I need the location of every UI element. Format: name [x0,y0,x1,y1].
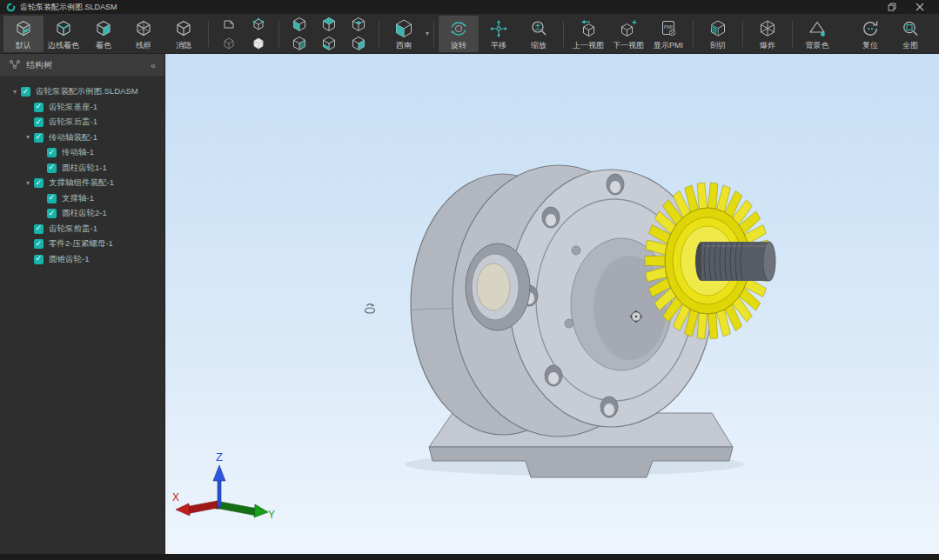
toolbar-btn-tool-vertices[interactable] [246,16,271,33]
cube-dark-icon [222,36,236,51]
app-logo-icon [5,2,16,12]
tree-checkbox[interactable] [47,148,57,157]
view-front-icon [292,17,307,32]
toolbar-btn-view-front[interactable] [287,16,312,33]
tree-item-label: 圆柱齿轮1-1 [62,163,107,174]
tree-checkbox[interactable] [34,178,44,188]
tree-item[interactable]: 传动轴-1 [0,145,164,161]
tree-item-label: 传动轴装配-1 [49,132,97,143]
tree-checkbox[interactable] [47,209,57,218]
tree-item[interactable]: ▾ 支撑轴组件装配-1 [0,176,164,191]
tree-item-label: 齿轮泵前盖-1 [49,223,97,235]
toolbar-btn-display-shaded-edges[interactable]: 边线着色 [44,16,84,52]
main-area: 结构树 « ▾ 齿轮泵装配示例图.SLDASM 齿轮泵基座-1 齿轮泵后盖-1 … [0,54,939,554]
toolbar-btn-pan[interactable]: 平移 [479,16,519,52]
tree-item-label: 圆锥齿轮-1 [49,254,89,265]
explode-icon [758,18,777,39]
close-button[interactable] [915,2,925,12]
tree-item[interactable]: 圆柱齿轮2-1 [0,206,164,222]
tree-item-label: 齿轮泵装配示例图.SLDASM [36,86,138,97]
collapse-panel-button[interactable]: « [151,61,156,70]
toolbar-btn-display-hidden-line[interactable]: 消隐 [164,16,204,52]
toolbar-btn-view-top[interactable] [317,16,341,33]
toolbar-btn-tool-sheet[interactable] [217,16,241,33]
toolbar-btn-reset-view[interactable]: 复位 [850,16,890,52]
toolbar-btn-prev-view[interactable]: 上一视图 [568,16,608,52]
tree-item[interactable]: 圆柱齿轮1-1 [0,161,164,177]
toolbar-btn-rotate[interactable]: 旋转 [439,16,479,52]
window-controls [887,2,934,12]
cube-solid-icon [252,36,265,51]
tree-item[interactable]: 零件2-压紧螺母-1 [0,237,164,252]
sheet-corner-icon [222,17,236,32]
pmi-icon: PMI [659,18,678,39]
toolbar-btn-zoom[interactable]: 缩放 [519,16,559,52]
tree-checkbox[interactable] [47,194,57,203]
toolbar-btn-label: 上一视图 [573,41,604,50]
toolbar-btn-view-right[interactable] [346,35,371,52]
rotate-icon [449,18,468,39]
viewport-3d[interactable]: Z X Y [165,54,939,554]
tree-expand-arrow[interactable]: ▾ [9,88,21,97]
tree-item[interactable]: 齿轮泵前盖-1 [0,222,164,237]
tree-checkbox[interactable] [34,103,44,112]
tree-checkbox[interactable] [47,163,57,173]
cube-hidden-icon [175,18,192,39]
tree-item[interactable]: 圆锥齿轮-1 [0,252,164,268]
cube-vertices-icon [252,17,265,32]
toolbar-btn-next-view[interactable]: 下一视图 [608,16,648,52]
toolbar-btn-tool-cube-dark[interactable] [217,35,241,52]
toolbar-separator [563,21,564,47]
toolbar-btn-view-left[interactable] [346,16,371,33]
tree-item-label: 零件2-压紧螺母-1 [49,238,113,250]
toolbar-btn-section[interactable]: 剖切 [698,16,738,52]
prev-view-icon [578,18,599,39]
restore-button[interactable] [887,2,897,12]
toolbar-btn-fit-all[interactable]: 全图 [890,16,930,52]
toolbar-btn-view-bottom[interactable] [317,35,341,52]
tree-item[interactable]: ▾ 齿轮泵装配示例图.SLDASM [0,84,164,100]
tree-checkbox[interactable] [34,133,44,143]
toolbar-group-quick-tools [217,16,271,52]
toolbar-btn-display-shaded[interactable]: 着色 [84,16,124,52]
tree-checkbox[interactable] [34,224,44,234]
toolbar-btn-label: 边线着色 [48,41,79,50]
tree-item[interactable]: 支撑轴-1 [0,191,164,207]
tree-item-label: 齿轮泵基座-1 [49,102,97,113]
toolbar-btn-display-wireframe[interactable]: 线框 [124,16,164,52]
tree-expand-arrow[interactable]: ▾ [22,179,34,188]
toolbar-btn-view-back[interactable] [287,35,312,52]
toolbar-btn-label: 平移 [491,41,506,50]
toolbar-btn-label: 默认 [16,41,31,50]
toolbar-separator [693,21,694,47]
toolbar-btn-tool-cube-solid[interactable] [246,35,271,52]
tree-item-label: 支撑轴组件装配-1 [49,177,114,189]
tree-item-label: 圆柱齿轮2-1 [62,208,107,219]
tree-checkbox[interactable] [34,117,44,127]
toolbar-btn-explode[interactable]: 爆炸 [748,16,788,52]
toolbar: 默认边线着色着色线框消隐西南▾旋转平移缩放上一视图下一视图PMI显示PMI剖切爆… [0,14,939,54]
tree-item[interactable]: 齿轮泵基座-1 [0,100,164,116]
toolbar-group-view-history: 上一视图下一视图PMI显示PMI [568,16,688,52]
toolbar-btn-view-southwest[interactable]: 西南 [384,16,424,52]
bgcolor-icon [807,18,828,39]
toolbar-group-explode: 爆炸 [748,16,788,52]
dropdown-caret-icon[interactable]: ▾ [426,30,429,37]
panel-title: 结构树 [26,59,52,71]
tree-item-label: 齿轮泵后盖-1 [49,117,97,128]
toolbar-btn-show-pmi[interactable]: PMI显示PMI [648,16,688,52]
toolbar-btn-display-default[interactable]: 默认 [3,16,44,52]
tree-checkbox[interactable] [21,87,30,97]
axis-triad: Z X Y [172,450,275,521]
tree-item-label: 传动轴-1 [62,147,94,158]
tree-item[interactable]: ▾ 传动轴装配-1 [0,130,164,146]
toolbar-btn-background-color[interactable]: 背景色 [797,16,837,52]
tree-item[interactable]: 齿轮泵后盖-1 [0,115,164,130]
tree-checkbox[interactable] [34,255,44,264]
tree-expand-arrow[interactable]: ▾ [22,133,34,142]
toolbar-separator [792,21,793,47]
gear-pump-model [405,165,775,477]
zoom-icon [529,18,548,39]
tree-checkbox[interactable] [34,239,44,249]
fit-icon [901,18,920,39]
